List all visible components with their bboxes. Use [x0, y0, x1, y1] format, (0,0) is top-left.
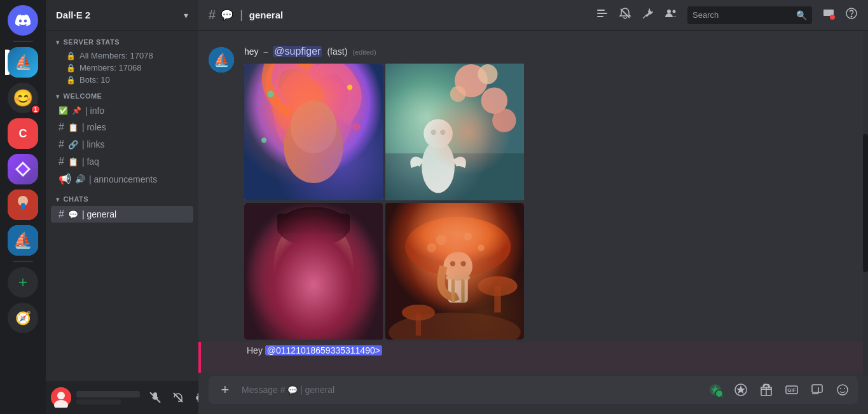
svg-point-46 — [440, 129, 445, 134]
main-chat-area: # 💬 | general — [198, 0, 868, 414]
channel-name-faq: | faq — [82, 156, 99, 167]
channel-general[interactable]: # 💬 | general — [51, 206, 193, 223]
add-attachment-button[interactable]: + — [214, 378, 237, 401]
svg-point-84 — [443, 251, 472, 280]
pinned-messages-button[interactable] — [642, 7, 654, 23]
channel-roles[interactable]: # 📋 | roles — [51, 119, 193, 135]
svg-point-30 — [284, 110, 343, 183]
image-cell-1[interactable] — [244, 64, 383, 200]
svg-point-11 — [57, 392, 65, 399]
category-server-stats[interactable]: ▾ SERVER STATS — [46, 36, 198, 48]
channel-faq[interactable]: # 📋 | faq — [51, 153, 193, 170]
category-chevron-welcome: ▾ — [56, 93, 60, 100]
inbox-button[interactable] — [822, 7, 835, 23]
notepad-icon-faq: 📋 — [68, 157, 78, 167]
message-input[interactable]: Message # 💬 | general — [237, 385, 705, 395]
svg-point-79 — [436, 234, 447, 245]
mute-button[interactable] — [145, 387, 165, 408]
scrollbar-track — [863, 31, 868, 376]
message-avatar-1[interactable]: ⛵ — [209, 47, 234, 72]
purple-server-icon[interactable] — [8, 154, 38, 184]
lock-icon-1: 🔒 — [66, 52, 76, 60]
svg-rect-55 — [290, 273, 298, 280]
svg-point-28 — [274, 67, 354, 160]
svg-rect-37 — [385, 153, 524, 200]
svg-point-24 — [851, 16, 852, 17]
hash-icon-faq: # — [59, 156, 64, 167]
svg-rect-71 — [277, 213, 350, 233]
hash-icon-links: # — [59, 139, 64, 150]
channel-pin-icon-info: 📌 — [72, 106, 81, 115]
threads-button[interactable] — [596, 7, 609, 23]
boat-server-icon[interactable]: ⛵ — [8, 47, 38, 78]
svg-rect-15 — [597, 10, 605, 11]
purple-server-wrapper — [8, 154, 38, 184]
svg-rect-74 — [494, 286, 500, 312]
explore-servers-button[interactable]: 🧭 — [8, 303, 38, 333]
svg-rect-22 — [830, 15, 835, 20]
channel-icon-info: ✅ — [59, 106, 68, 115]
username — [76, 391, 140, 397]
second-apps-button[interactable] — [731, 380, 751, 400]
search-icon: 🔍 — [796, 10, 807, 20]
image-cell-2[interactable] — [385, 64, 524, 200]
svg-rect-88 — [451, 279, 455, 302]
orange-server-icon[interactable]: 👤 — [8, 190, 38, 220]
emoji-button[interactable] — [832, 380, 853, 400]
svg-rect-72 — [385, 203, 524, 340]
gif-button[interactable]: GIF — [782, 380, 802, 400]
server-stats-section: 🔒 All Members: 17078 🔒 Members: 17068 🔒 … — [46, 48, 198, 90]
category-chats[interactable]: ▾ CHATS — [46, 193, 198, 205]
speaker-icon-announcements: 📢 — [59, 173, 71, 185]
stat-bots: 🔒 Bots: 10 — [66, 74, 188, 86]
user-avatar[interactable] — [51, 387, 71, 408]
gift-button[interactable] — [756, 380, 776, 400]
scrollbar-thumb[interactable] — [863, 134, 868, 272]
msg-icon-general: 💬 — [68, 210, 78, 219]
server-sidebar: ⛵ 😊 1 C 👤 — [0, 0, 46, 414]
message-preview-content: Hey @01121018659335311490> — [247, 345, 858, 371]
server-header[interactable]: Dall·E 2 ▾ — [46, 0, 198, 31]
sticker-button[interactable] — [807, 380, 827, 400]
add-server-button[interactable]: + — [8, 267, 38, 298]
search-box[interactable]: Search 🔍 — [687, 6, 812, 24]
svg-point-75 — [402, 305, 435, 321]
channel-info[interactable]: ✅ 📌 | info — [51, 103, 193, 118]
channel-links[interactable]: # 🔗 | links — [51, 136, 193, 153]
svg-point-85 — [450, 261, 455, 266]
image-cell-3[interactable] — [244, 203, 383, 340]
stat-all-members: 🔒 All Members: 17078 — [66, 50, 188, 62]
face-server-wrapper: 😊 1 — [8, 83, 38, 113]
member-list-button[interactable] — [665, 7, 677, 23]
svg-rect-61 — [280, 291, 288, 299]
discord-home-icon[interactable] — [8, 5, 38, 36]
svg-point-70 — [277, 207, 350, 246]
message-preview-text: Hey @01121018659335311490> — [247, 345, 858, 357]
svg-rect-16 — [597, 13, 607, 14]
channel-announcements[interactable]: 📢 🔊 | announcements — [51, 170, 193, 188]
stat-all-members-label: All Members: 17078 — [79, 51, 153, 60]
message-header-1: hey – @supfiger (fast) (edited) — [244, 46, 858, 59]
image-cell-4[interactable] — [385, 203, 524, 340]
hash-icon-roles: # — [59, 121, 64, 133]
search-placeholder-text: Search — [692, 10, 792, 20]
help-button[interactable] — [845, 7, 858, 23]
svg-rect-76 — [416, 312, 421, 335]
user-status — [76, 399, 121, 404]
svg-point-43 — [422, 140, 455, 193]
boat-server-wrapper: ⛵ — [8, 47, 38, 78]
category-label-stats: SERVER STATS — [64, 38, 120, 46]
svg-point-39 — [481, 87, 508, 114]
boat2-server-icon[interactable]: ⛵ — [8, 225, 38, 256]
svg-point-42 — [450, 86, 466, 102]
server-notification-badge: 1 — [31, 104, 41, 114]
svg-text:GIF: GIF — [787, 387, 796, 393]
red-server-icon[interactable]: C — [8, 118, 38, 149]
avatar-img-boat: ⛵ — [209, 47, 234, 72]
apps-button[interactable] — [705, 380, 726, 400]
header-divider: | — [240, 8, 243, 22]
deafen-button[interactable] — [168, 387, 188, 408]
svg-text:👤: 👤 — [19, 202, 27, 210]
notification-settings-button[interactable] — [619, 7, 631, 23]
category-welcome[interactable]: ▾ WELCOME — [46, 90, 198, 102]
